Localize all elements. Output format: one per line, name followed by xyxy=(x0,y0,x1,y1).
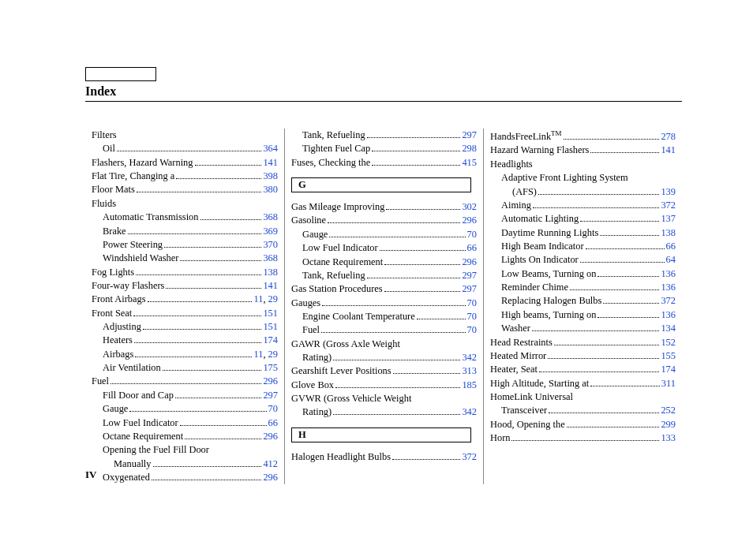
index-entry: Brake369 xyxy=(92,225,278,238)
page-link[interactable]: 136 xyxy=(661,309,676,320)
page-link[interactable]: 342 xyxy=(462,406,477,417)
page-link[interactable]: 133 xyxy=(661,432,676,443)
index-pages: 70 xyxy=(467,297,477,310)
page-link[interactable]: 70 xyxy=(268,403,278,414)
page-link[interactable]: 296 xyxy=(263,431,278,442)
page-link[interactable]: 298 xyxy=(462,143,477,154)
page-link[interactable]: 70 xyxy=(467,311,477,322)
leader-dots xyxy=(564,139,660,140)
page-link[interactable]: 302 xyxy=(462,201,477,212)
index-pages: 185 xyxy=(462,379,477,392)
page-link[interactable]: 296 xyxy=(462,215,477,226)
index-pages: 415 xyxy=(462,156,477,170)
page-link[interactable]: 296 xyxy=(462,256,477,267)
index-label: Front Seat xyxy=(92,307,132,320)
index-label: Oxygenated xyxy=(103,471,150,484)
index-entry: Front Airbags11, 29 xyxy=(92,293,278,306)
index-entry: Low Fuel Indicator66 xyxy=(92,416,278,430)
page-link[interactable]: 70 xyxy=(467,297,477,308)
page-link[interactable]: 138 xyxy=(263,267,278,278)
page-link[interactable]: 185 xyxy=(462,379,477,390)
index-label: Tank, Refueling xyxy=(302,269,365,282)
page-link[interactable]: 136 xyxy=(661,268,676,279)
index-label: Gauges xyxy=(291,297,320,310)
leader-dots xyxy=(129,411,266,412)
index-label: Heater, Seat xyxy=(490,363,538,376)
leader-dots xyxy=(180,260,261,261)
page-link[interactable]: 155 xyxy=(661,350,676,361)
page-link[interactable]: 296 xyxy=(263,375,278,386)
page-title: Index xyxy=(85,84,682,102)
index-pages: 372 xyxy=(661,199,676,212)
page-link[interactable]: 370 xyxy=(263,239,278,250)
page-link[interactable]: 364 xyxy=(263,143,278,154)
page-link[interactable]: 11 xyxy=(253,349,263,360)
page-link[interactable]: 141 xyxy=(263,280,278,291)
index-entry: Octane Requirement296 xyxy=(92,430,278,443)
page-link[interactable]: 66 xyxy=(268,417,278,428)
page-link[interactable]: 141 xyxy=(661,144,676,155)
page-link[interactable]: 66 xyxy=(666,241,676,252)
index-label: Flashers, Hazard Warning xyxy=(92,156,193,170)
leader-dots xyxy=(533,207,660,208)
page-link[interactable]: 412 xyxy=(263,458,278,469)
page-link[interactable]: 415 xyxy=(462,157,477,168)
page-link[interactable]: 368 xyxy=(263,211,278,222)
index-pages: 151 xyxy=(263,307,278,320)
page-link[interactable]: 70 xyxy=(467,324,477,335)
index-label: HomeLink Universal xyxy=(490,390,573,404)
page-link[interactable]: 313 xyxy=(462,365,477,376)
page-link[interactable]: 29 xyxy=(268,293,278,304)
page-link[interactable]: 380 xyxy=(263,184,278,195)
leader-dots xyxy=(137,192,262,192)
index-pages: 372 xyxy=(462,450,477,464)
leader-dots xyxy=(372,165,460,166)
index-pages: 297 xyxy=(462,269,477,282)
leader-dots xyxy=(603,303,659,304)
page-link[interactable]: 299 xyxy=(661,419,676,430)
index-pages: 139 xyxy=(661,185,676,199)
page-link[interactable]: 138 xyxy=(661,227,676,238)
index-label: Windshield Washer xyxy=(103,252,178,265)
page-link[interactable]: 372 xyxy=(661,295,676,306)
page-link[interactable]: 297 xyxy=(462,283,477,294)
page-link[interactable]: 137 xyxy=(661,213,676,224)
page-link[interactable]: 174 xyxy=(661,364,676,375)
page-link[interactable]: 134 xyxy=(661,323,676,334)
page-link[interactable]: 152 xyxy=(661,337,676,348)
page-link[interactable]: 369 xyxy=(263,226,278,237)
page-link[interactable]: 175 xyxy=(263,362,278,373)
page-link[interactable]: 70 xyxy=(467,229,477,240)
index-entry: Fuel296 xyxy=(92,375,278,388)
page-link[interactable]: 398 xyxy=(263,170,278,181)
index-entry: Replacing Halogen Bulbs372 xyxy=(490,294,676,308)
header-box xyxy=(85,67,156,81)
page-link[interactable]: 311 xyxy=(661,378,676,389)
index-entry: Lights On Indicator64 xyxy=(490,253,676,267)
page-link[interactable]: 64 xyxy=(666,254,676,265)
page-link[interactable]: 66 xyxy=(467,242,477,253)
page-link[interactable]: 297 xyxy=(462,270,477,281)
page-link[interactable]: 342 xyxy=(462,352,477,363)
page-link[interactable]: 278 xyxy=(661,131,676,142)
page-link[interactable]: 136 xyxy=(661,282,676,293)
page-link[interactable]: 297 xyxy=(462,129,477,140)
index-entry: Headlights xyxy=(490,158,676,171)
index-label: GAWR (Gross Axle Weight xyxy=(291,338,400,351)
page-link[interactable]: 372 xyxy=(661,200,676,211)
page-link[interactable]: 297 xyxy=(263,390,278,401)
index-entry: Heated Mirror155 xyxy=(490,349,676,363)
page-link[interactable]: 174 xyxy=(263,334,278,345)
page-link[interactable]: 296 xyxy=(263,472,278,483)
page-link[interactable]: 372 xyxy=(462,451,477,462)
page-link[interactable]: 11 xyxy=(253,293,263,304)
index-entry: Filters xyxy=(92,129,278,142)
index-label: Gearshift Lever Positions xyxy=(291,364,391,378)
page-link[interactable]: 368 xyxy=(263,252,278,263)
page-link[interactable]: 141 xyxy=(263,157,278,168)
page-link[interactable]: 151 xyxy=(263,308,278,319)
page-link[interactable]: 252 xyxy=(661,405,676,416)
page-link[interactable]: 29 xyxy=(268,349,278,360)
page-link[interactable]: 139 xyxy=(661,186,676,197)
page-link[interactable]: 151 xyxy=(263,321,278,332)
